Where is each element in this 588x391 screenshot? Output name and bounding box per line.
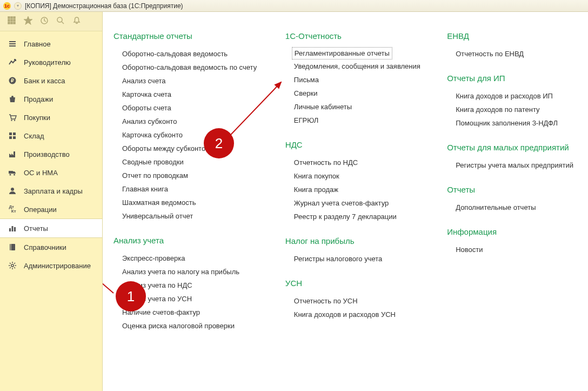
content-area: Стандартные отчетыОборотно-сальдовая вед… (103, 12, 588, 391)
report-link[interactable]: Обороты между субконто (122, 142, 264, 155)
svg-line-42 (103, 231, 113, 293)
svg-rect-5 (14, 19, 15, 21)
section-title: НДС (285, 140, 425, 149)
sidebar-item-4[interactable]: Покупки (0, 108, 102, 127)
sidebar-item-2[interactable]: ₽Банк и касса (0, 71, 102, 90)
report-link[interactable]: Книга доходов и расходов УСН (294, 308, 425, 321)
svg-text:₽: ₽ (11, 78, 14, 83)
report-link[interactable]: Книга доходов по патенту (456, 103, 577, 116)
report-link[interactable]: Анализ субконто (122, 115, 264, 128)
link-list: Оборотно-сальдовая ведомостьОборотно-сал… (113, 47, 264, 223)
user-icon (8, 186, 17, 196)
section-title: Налог на прибыль (285, 236, 425, 246)
report-link[interactable]: Реестр к разделу 7 декларации (294, 210, 425, 223)
report-link[interactable]: Отчетность по УСН (294, 294, 425, 308)
report-link[interactable]: Отчет по проводкам (122, 169, 264, 182)
link-list: Регистры учета малых предприятий (447, 158, 577, 172)
sidebar-item-label: Склад (24, 132, 44, 140)
report-link[interactable]: Отчетность по НДС (294, 156, 425, 169)
report-link[interactable]: Отчетность по ЕНВД (456, 47, 577, 61)
bars-icon (8, 223, 17, 233)
report-link[interactable]: Дополнительные отчеты (456, 201, 577, 214)
link-list: Отчетность по УСНКнига доходов и расходо… (285, 294, 425, 321)
svg-line-38 (10, 263, 11, 264)
sidebar-item-3[interactable]: Продажи (0, 90, 102, 108)
report-link[interactable]: Обороты счета (122, 101, 264, 115)
section-title: Отчеты для ИП (447, 74, 577, 83)
report-link[interactable]: Анализ учета по налогу на прибыль (122, 265, 264, 279)
sidebar-nav: ГлавноеРуководителю₽Банк и кассаПродажиП… (0, 31, 102, 275)
report-link[interactable]: ЕГРЮЛ (294, 114, 425, 127)
report-link[interactable]: Оценка риска налоговой проверки (122, 319, 264, 333)
report-link[interactable]: Регистры налогового учета (294, 252, 425, 266)
app-logo-icon: 1c (3, 2, 11, 10)
report-link[interactable]: Карточка счета (122, 88, 264, 101)
link-list: Книга доходов и расходов ИПКнига доходов… (447, 89, 577, 130)
report-link[interactable]: Шахматная ведомость (122, 196, 264, 209)
search-icon[interactable] (56, 16, 65, 27)
report-link[interactable]: Уведомления, сообщения и заявления (294, 59, 425, 73)
bell-icon[interactable] (72, 16, 81, 27)
section-title: ЕНВД (447, 31, 577, 41)
section-title: Отчеты для малых предприятий (447, 143, 577, 152)
report-link[interactable]: Личные кабинеты (294, 100, 425, 114)
report-link[interactable]: Карточка субконто (122, 128, 264, 142)
report-link[interactable]: Книга продаж (294, 183, 425, 196)
report-link[interactable]: Журнал учета счетов-фактур (294, 196, 425, 210)
sidebar-item-11[interactable]: Справочники (0, 238, 102, 256)
svg-line-39 (14, 267, 15, 268)
report-link[interactable]: Сводные проводки (122, 155, 264, 169)
report-link[interactable]: Регламентированные отчеты (292, 47, 392, 59)
report-link[interactable]: Главная книга (122, 182, 264, 196)
report-link[interactable]: Оборотно-сальдовая ведомость по счету (122, 61, 264, 74)
section-title: Анализ учета (113, 236, 264, 245)
window-titlebar: 1c ▾ [КОПИЯ] Демонстрационная база (1С:П… (0, 0, 588, 12)
report-link[interactable]: Экспресс-проверка (122, 251, 264, 265)
sidebar-item-9[interactable]: Дт КтОперации (0, 200, 102, 218)
sidebar-item-1[interactable]: Руководителю (0, 53, 102, 71)
report-link[interactable]: Новости (456, 243, 577, 256)
report-link[interactable]: Книга доходов и расходов ИП (456, 89, 577, 103)
bag-icon (8, 94, 17, 104)
report-link[interactable]: Анализ счета (122, 74, 264, 88)
svg-point-25 (10, 174, 11, 176)
svg-rect-8 (14, 22, 15, 24)
chart-icon (8, 57, 17, 67)
sidebar-item-8[interactable]: Зарплата и кадры (0, 182, 102, 200)
svg-rect-4 (11, 19, 12, 21)
dtkt-icon: Дт Кт (8, 204, 17, 214)
report-link[interactable]: Универсальный отчет (122, 209, 264, 223)
report-link[interactable]: Наличие счетов-фактур (122, 306, 264, 319)
svg-point-33 (11, 264, 14, 267)
sidebar-item-10[interactable]: Отчеты (0, 218, 102, 238)
svg-marker-9 (24, 17, 32, 24)
sidebar-item-label: Зарплата и кадры (24, 187, 83, 195)
titlebar-dropdown-icon[interactable]: ▾ (14, 2, 22, 10)
sidebar-item-5[interactable]: Склад (0, 127, 102, 145)
sidebar-item-6[interactable]: Производство (0, 145, 102, 163)
sidebar-item-12[interactable]: Администрирование (0, 256, 102, 275)
history-icon[interactable] (40, 16, 49, 27)
sidebar-item-label: ОС и НМА (24, 169, 58, 177)
svg-rect-20 (9, 132, 12, 135)
report-link[interactable]: Сверки (294, 87, 425, 100)
link-list: Отчетность по НДСКнига покупокКнига прод… (285, 156, 425, 223)
svg-rect-3 (8, 19, 10, 21)
sidebar-toolbar (0, 12, 102, 31)
svg-rect-1 (11, 17, 12, 18)
report-link[interactable]: Помощник заполнения 3-НДФЛ (456, 116, 577, 130)
sidebar-item-0[interactable]: Главное (0, 35, 102, 53)
sidebar-item-label: Продажи (24, 95, 53, 103)
report-link[interactable]: Книга покупок (294, 169, 425, 183)
report-link[interactable]: Письма (294, 73, 425, 87)
star-icon[interactable] (24, 16, 32, 27)
svg-rect-21 (13, 132, 16, 135)
menu-icon (8, 39, 17, 49)
apps-icon[interactable] (8, 16, 16, 27)
link-list: Дополнительные отчеты (447, 201, 577, 214)
annotation-badge-2: 2 (204, 128, 234, 158)
svg-rect-7 (11, 22, 12, 24)
sidebar-item-7[interactable]: ОС и НМА (0, 163, 102, 182)
report-link[interactable]: Оборотно-сальдовая ведомость (122, 47, 264, 61)
report-link[interactable]: Регистры учета малых предприятий (456, 158, 577, 172)
